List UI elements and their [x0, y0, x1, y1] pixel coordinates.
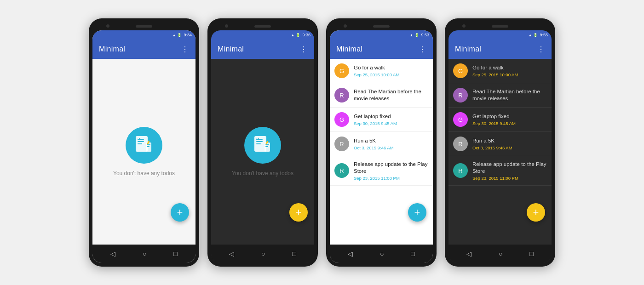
avatar: G — [453, 112, 468, 127]
overflow-menu-button[interactable]: ⋮ — [419, 45, 426, 54]
empty-text: You don't have any todos — [232, 170, 293, 177]
recents-button[interactable]: □ — [292, 250, 296, 257]
overflow-menu-button[interactable]: ⋮ — [300, 45, 308, 54]
avatar: R — [334, 137, 349, 151]
todo-date: Sep 23, 2015 11:00 PM — [354, 176, 428, 181]
app-title: Minimal — [218, 45, 244, 53]
status-time: 9:34 — [184, 33, 192, 37]
back-button[interactable]: ◁ — [348, 250, 353, 257]
phone-phone1: ▲🔋9:34Minimal⋮ You don't have any todos+… — [89, 18, 199, 267]
todo-date: Oct 3, 2015 9:46 AM — [472, 145, 547, 150]
signal-icon: ▲ — [291, 33, 295, 37]
battery-icon: 🔋 — [296, 33, 300, 37]
svg-rect-3 — [138, 143, 142, 144]
avatar: G — [334, 63, 349, 78]
avatar: R — [453, 137, 468, 151]
recents-button[interactable]: □ — [411, 250, 414, 257]
list-item[interactable]: RRelease app update to the Play StoreSep… — [330, 156, 433, 186]
todo-icon — [126, 127, 162, 164]
recents-button[interactable]: □ — [173, 250, 177, 257]
recents-button[interactable]: □ — [529, 250, 533, 257]
battery-icon: 🔋 — [414, 33, 419, 37]
todo-date: Sep 25, 2015 10:00 AM — [472, 72, 547, 77]
status-bar: ▲🔋9:53 — [330, 30, 433, 40]
app-bar: Minimal⋮ — [330, 40, 433, 59]
home-button[interactable]: ○ — [499, 250, 502, 257]
back-button[interactable]: ◁ — [110, 250, 115, 257]
phone-phone3: ▲🔋9:53Minimal⋮GGo for a walkSep 25, 2015… — [326, 18, 437, 267]
status-time: 9:53 — [421, 33, 429, 37]
back-button[interactable]: ◁ — [229, 250, 234, 257]
home-button[interactable]: ○ — [143, 250, 146, 257]
fab-add-button[interactable]: + — [171, 203, 189, 222]
list-item[interactable]: RRead The Martian before the movie relea… — [448, 83, 552, 108]
svg-rect-10 — [256, 141, 263, 142]
empty-text: You don't have any todos — [113, 170, 175, 177]
avatar: R — [334, 88, 349, 103]
todo-date: Sep 25, 2015 10:00 AM — [354, 72, 428, 77]
list-item[interactable]: RRun a 5KOct 3, 2015 9:46 AM — [330, 132, 433, 156]
nav-bar: ◁○□ — [448, 245, 552, 263]
todo-title: Go for a walk — [354, 64, 428, 71]
fab-add-button[interactable]: + — [289, 203, 308, 222]
fab-add-button[interactable]: + — [408, 203, 426, 222]
phone-phone4: ▲🔋9:55Minimal⋮GGo for a walkSep 25, 2015… — [445, 18, 555, 267]
todo-title: Get laptop fixed — [354, 113, 428, 120]
home-button[interactable]: ○ — [261, 250, 265, 257]
list-item[interactable]: GGet laptop fixedSep 30, 2015 9:45 AM — [448, 108, 552, 132]
todo-title: Go for a walk — [472, 64, 547, 71]
todo-date: Oct 3, 2015 9:46 AM — [354, 145, 428, 150]
status-time: 9:55 — [540, 33, 548, 37]
todo-date: Sep 30, 2015 9:45 AM — [472, 121, 547, 126]
fab-add-button[interactable]: + — [527, 203, 545, 222]
signal-icon: ▲ — [410, 33, 414, 37]
svg-rect-2 — [138, 141, 144, 142]
home-button[interactable]: ○ — [380, 250, 384, 257]
avatar: R — [453, 88, 468, 103]
app-bar: Minimal⋮ — [92, 40, 196, 59]
list-item[interactable]: RRelease app update to the Play StoreSep… — [448, 156, 552, 186]
svg-rect-6 — [147, 146, 150, 147]
list-item[interactable]: GGo for a walkSep 25, 2015 10:00 AM — [330, 59, 433, 83]
status-bar: ▲🔋9:55 — [448, 30, 552, 40]
avatar: R — [453, 163, 468, 178]
todo-date: Sep 23, 2015 11:00 PM — [472, 176, 547, 181]
status-time: 9:36 — [302, 33, 310, 37]
battery-icon: 🔋 — [177, 33, 182, 37]
list-item[interactable]: RRun a 5KOct 3, 2015 9:46 AM — [448, 132, 552, 156]
list-item[interactable]: GGet laptop fixedSep 30, 2015 9:45 AM — [330, 108, 433, 132]
todo-title: Get laptop fixed — [472, 113, 547, 120]
todo-title: Release app update to the Play Store — [472, 161, 547, 175]
svg-rect-5 — [147, 144, 150, 145]
todo-title: Read The Martian before the movie releas… — [354, 88, 428, 102]
app-title: Minimal — [99, 45, 125, 53]
overflow-menu-button[interactable]: ⋮ — [537, 45, 545, 54]
todo-title: Read The Martian before the movie releas… — [472, 88, 547, 102]
app-title: Minimal — [336, 45, 362, 53]
nav-bar: ◁○□ — [330, 245, 433, 263]
nav-bar: ◁○□ — [211, 245, 314, 263]
status-bar: ▲🔋9:36 — [211, 30, 314, 40]
back-button[interactable]: ◁ — [466, 250, 472, 257]
todo-title: Run a 5K — [472, 137, 547, 144]
svg-rect-14 — [265, 146, 268, 147]
todo-icon — [244, 127, 281, 164]
status-bar: ▲🔋9:34 — [92, 30, 196, 40]
avatar: G — [453, 63, 468, 78]
app-bar: Minimal⋮ — [211, 40, 314, 59]
app-title: Minimal — [455, 45, 481, 53]
phone-phone2: ▲🔋9:36Minimal⋮ You don't have any todos+… — [207, 18, 318, 267]
list-item[interactable]: RRead The Martian before the movie relea… — [330, 83, 433, 108]
svg-rect-11 — [256, 143, 261, 144]
avatar: G — [334, 112, 349, 127]
svg-rect-13 — [265, 144, 269, 145]
battery-icon: 🔋 — [533, 33, 538, 37]
nav-bar: ◁○□ — [92, 245, 196, 263]
avatar: R — [334, 163, 349, 178]
todo-date: Sep 30, 2015 9:45 AM — [354, 121, 428, 126]
todo-title: Run a 5K — [354, 137, 428, 144]
signal-icon: ▲ — [172, 33, 176, 37]
overflow-menu-button[interactable]: ⋮ — [181, 45, 189, 54]
todo-title: Release app update to the Play Store — [354, 161, 428, 175]
list-item[interactable]: GGo for a walkSep 25, 2015 10:00 AM — [448, 59, 552, 83]
